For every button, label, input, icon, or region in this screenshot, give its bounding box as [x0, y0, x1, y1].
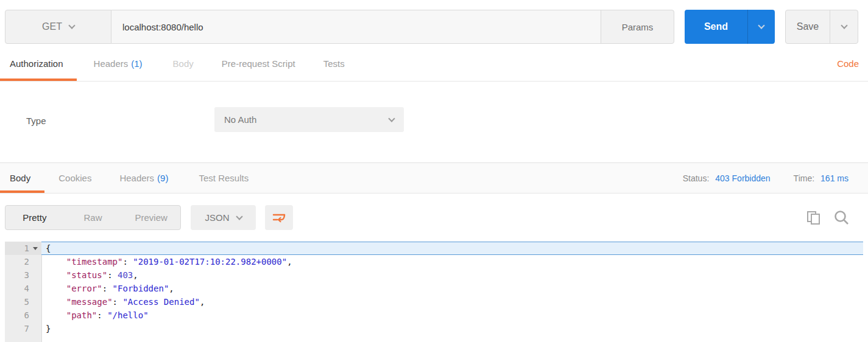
gutter-cell: 1 — [5, 242, 41, 255]
code-text[interactable]: "message": "Access Denied", — [41, 295, 863, 309]
line-number: 3 — [5, 268, 29, 282]
params-button[interactable]: Params — [601, 10, 674, 44]
view-label: Pretty — [23, 212, 46, 223]
status-label: Status: — [683, 173, 710, 183]
code-token: "message" — [66, 297, 113, 307]
code-token: "/hello" — [107, 310, 148, 320]
code-line[interactable]: 6 "path": "/hello" — [5, 309, 863, 322]
save-button-group: Save — [785, 10, 858, 44]
code-token: "timestamp" — [66, 257, 123, 267]
response-toolbar: Pretty Raw Preview JSON — [0, 194, 868, 242]
code-line[interactable]: 5 "message": "Access Denied", — [5, 295, 863, 309]
tab-authorization[interactable]: Authorization — [0, 44, 77, 81]
fold-toggle-icon[interactable] — [33, 247, 38, 250]
code-token: 403 — [118, 270, 133, 280]
params-label: Params — [622, 22, 654, 32]
wrap-text-button[interactable] — [265, 205, 293, 230]
copy-icon — [806, 209, 822, 226]
code-link[interactable]: Code — [837, 44, 859, 81]
auth-type-select[interactable]: No Auth — [214, 107, 404, 132]
code-line[interactable]: 2 "timestamp": "2019-01-02T17:10:22.982+… — [5, 255, 863, 268]
tab-label: Body — [173, 58, 194, 69]
tab-body[interactable]: Body — [173, 44, 194, 81]
code-text[interactable]: "path": "/hello" — [41, 309, 863, 322]
tab-headers[interactable]: Headers (1) — [94, 44, 143, 81]
code-token: , — [200, 297, 205, 307]
line-number: 2 — [5, 255, 29, 268]
code-text[interactable]: { — [41, 242, 863, 255]
code-token: "status" — [66, 270, 107, 280]
response-tab-body[interactable]: Body — [0, 163, 44, 193]
code-token: : — [102, 284, 113, 293]
chevron-down-icon — [388, 115, 395, 122]
view-raw-button[interactable]: Raw — [64, 206, 122, 229]
response-header: Body Cookies Headers (9) Test Results St… — [0, 162, 868, 194]
code-line[interactable]: 3 "status": 403, — [5, 268, 863, 282]
url-input[interactable] — [111, 10, 601, 43]
save-dropdown-button[interactable] — [830, 10, 858, 43]
code-line[interactable]: 7} — [5, 322, 863, 335]
code-text[interactable]: "timestamp": "2019-01-02T17:10:22.982+00… — [41, 255, 863, 268]
format-value: JSON — [205, 212, 229, 223]
tab-label: Headers — [94, 58, 129, 69]
view-pretty-button[interactable]: Pretty — [5, 206, 64, 229]
code-token — [46, 270, 66, 280]
request-tabs: Authorization Headers (1) Body Pre-reque… — [0, 44, 868, 82]
line-number: 4 — [5, 282, 29, 295]
code-token: "Access Denied" — [122, 297, 199, 307]
code-token: : — [122, 257, 133, 267]
response-tab-cookies[interactable]: Cookies — [58, 163, 91, 193]
line-number: 7 — [5, 322, 29, 335]
save-label: Save — [797, 21, 819, 32]
code-token: : — [97, 310, 107, 320]
code-editor[interactable]: 1{2 "timestamp": "2019-01-02T17:10:22.98… — [5, 242, 863, 342]
chevron-down-icon — [68, 22, 75, 29]
status-value: 403 Forbidden — [715, 173, 770, 183]
line-number: 1 — [5, 242, 29, 255]
search-button[interactable] — [833, 209, 850, 226]
tab-count-badge: (1) — [131, 58, 142, 69]
tab-pre-request-script[interactable]: Pre-request Script — [222, 44, 295, 81]
code-token: "path" — [66, 310, 97, 320]
code-token: : — [113, 297, 123, 307]
view-mode-group: Pretty Raw Preview — [5, 205, 181, 230]
send-button-group: Send — [685, 10, 775, 44]
code-link-label: Code — [837, 58, 859, 69]
gutter-cell: 4 — [5, 282, 41, 295]
send-label: Send — [704, 21, 728, 32]
method-select[interactable]: GET — [5, 10, 111, 44]
code-token: "2019-01-02T17:10:22.982+0000" — [133, 257, 287, 267]
method-label: GET — [42, 21, 62, 32]
view-preview-button[interactable]: Preview — [122, 206, 180, 229]
send-dropdown-button[interactable] — [747, 10, 775, 44]
tab-label: Headers — [119, 173, 154, 183]
tab-tests[interactable]: Tests — [323, 44, 345, 81]
code-token: } — [46, 324, 51, 333]
code-text[interactable]: "status": 403, — [41, 268, 863, 282]
code-text[interactable]: } — [41, 322, 863, 335]
url-field-wrap — [111, 10, 601, 44]
response-tab-headers[interactable]: Headers (9) — [119, 163, 168, 193]
code-line[interactable]: 1{ — [5, 242, 863, 255]
search-icon — [833, 209, 850, 226]
line-number: 5 — [5, 295, 29, 309]
time-value: 161 ms — [820, 173, 849, 183]
code-token: , — [287, 257, 292, 267]
auth-type-label: Type — [26, 116, 46, 126]
save-button[interactable]: Save — [786, 10, 830, 43]
response-tab-test-results[interactable]: Test Results — [199, 163, 249, 193]
code-token: { — [46, 243, 51, 253]
authorization-panel: Type No Auth — [0, 82, 868, 162]
code-token: : — [107, 270, 118, 280]
gutter-cell: 2 — [5, 255, 41, 268]
copy-button[interactable] — [805, 209, 822, 226]
gutter-cell: 5 — [5, 295, 41, 309]
gutter-cell: 6 — [5, 309, 41, 322]
tab-count-badge: (9) — [157, 173, 168, 183]
code-line[interactable]: 4 "error": "Forbidden", — [5, 282, 863, 295]
code-token: , — [169, 284, 174, 293]
code-text[interactable]: "error": "Forbidden", — [41, 282, 863, 295]
format-select[interactable]: JSON — [191, 205, 256, 230]
send-button[interactable]: Send — [685, 10, 747, 44]
code-token: , — [133, 270, 138, 280]
